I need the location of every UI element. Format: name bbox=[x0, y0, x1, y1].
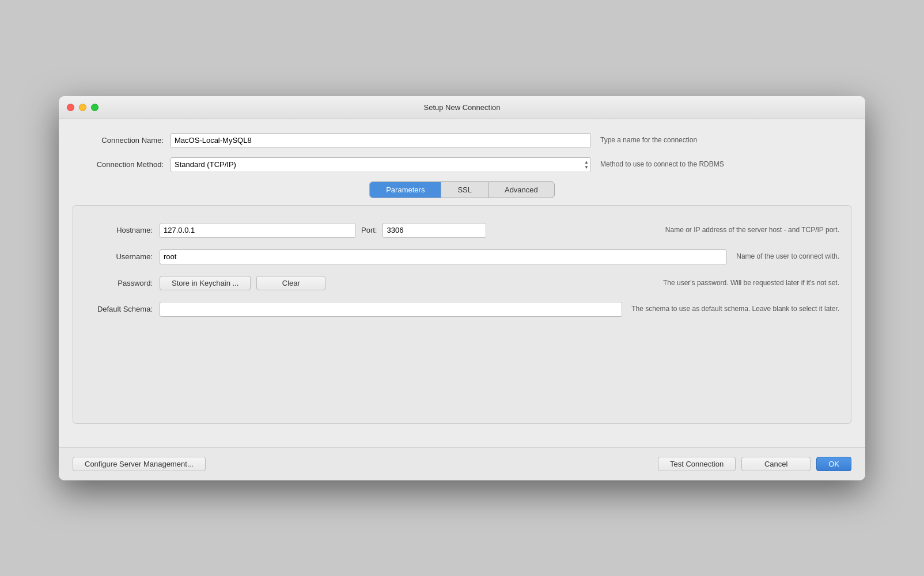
hostname-hint: Name or IP address of the server host - … bbox=[665, 225, 839, 235]
footer-left: Configure Server Management... bbox=[73, 457, 658, 471]
close-button[interactable] bbox=[67, 104, 74, 111]
default-schema-label: Default Schema: bbox=[85, 305, 160, 313]
main-window: Setup New Connection Connection Name: Ty… bbox=[59, 96, 865, 480]
store-in-keychain-button[interactable]: Store in Keychain ... bbox=[160, 276, 251, 290]
hostname-port-group: Port: bbox=[160, 223, 656, 238]
tab-advanced[interactable]: Advanced bbox=[488, 182, 554, 198]
username-row: Username: Name of the user to connect wi… bbox=[85, 249, 839, 264]
configure-server-management-button[interactable]: Configure Server Management... bbox=[73, 457, 206, 471]
connection-method-row: Connection Method: Standard (TCP/IP) Sta… bbox=[73, 157, 851, 172]
hostname-row: Hostname: Port: Name or IP address of th… bbox=[85, 223, 839, 238]
connection-name-hint: Type a name for the connection bbox=[600, 135, 697, 145]
titlebar: Setup New Connection bbox=[59, 96, 865, 119]
port-label: Port: bbox=[355, 226, 383, 234]
footer-right: Test Connection Cancel OK bbox=[658, 457, 851, 471]
connection-name-input[interactable] bbox=[171, 133, 591, 148]
cancel-button[interactable]: Cancel bbox=[741, 457, 811, 471]
tab-parameters[interactable]: Parameters bbox=[370, 182, 441, 198]
connection-name-control bbox=[171, 133, 591, 148]
tab-ssl[interactable]: SSL bbox=[441, 182, 488, 198]
hostname-input[interactable] bbox=[160, 223, 355, 238]
connection-name-row: Connection Name: Type a name for the con… bbox=[73, 133, 851, 148]
tabs-container: Parameters SSL Advanced bbox=[369, 181, 555, 198]
connection-method-hint: Method to use to connect to the RDBMS bbox=[600, 160, 724, 169]
username-label: Username: bbox=[85, 252, 160, 261]
username-control bbox=[160, 249, 727, 264]
port-input[interactable] bbox=[383, 223, 486, 238]
hostname-input-wrapper bbox=[160, 223, 355, 238]
password-control: Store in Keychain ... Clear bbox=[160, 276, 654, 290]
password-hint: The user's password. Will be requested l… bbox=[663, 278, 839, 288]
main-content: Connection Name: Type a name for the con… bbox=[59, 119, 865, 447]
default-schema-row: Default Schema: The schema to use as def… bbox=[85, 302, 839, 317]
connection-name-label: Connection Name: bbox=[73, 136, 171, 145]
test-connection-button[interactable]: Test Connection bbox=[658, 457, 736, 471]
connection-method-label: Connection Method: bbox=[73, 160, 171, 169]
connection-method-control: Standard (TCP/IP) Standard TCP/IP over S… bbox=[171, 157, 591, 172]
window-title: Setup New Connection bbox=[424, 103, 501, 112]
username-hint: Name of the user to connect with. bbox=[736, 252, 839, 262]
footer: Configure Server Management... Test Conn… bbox=[59, 447, 865, 480]
default-schema-hint: The schema to use as default schema. Lea… bbox=[631, 304, 839, 314]
tabs-row: Parameters SSL Advanced bbox=[73, 181, 851, 198]
port-input-wrapper bbox=[383, 223, 486, 238]
hostname-label: Hostname: bbox=[85, 226, 160, 234]
default-schema-input[interactable] bbox=[160, 302, 622, 317]
username-input[interactable] bbox=[160, 249, 727, 264]
default-schema-control bbox=[160, 302, 622, 317]
parameters-panel: Hostname: Port: Name or IP address of th… bbox=[73, 205, 851, 424]
minimize-button[interactable] bbox=[79, 104, 86, 111]
clear-password-button[interactable]: Clear bbox=[256, 276, 325, 290]
hostname-control: Port: bbox=[160, 223, 656, 238]
password-buttons-group: Store in Keychain ... Clear bbox=[160, 276, 654, 290]
connection-method-select-wrapper: Standard (TCP/IP) Standard TCP/IP over S… bbox=[171, 157, 591, 172]
password-label: Password: bbox=[85, 279, 160, 287]
ok-button[interactable]: OK bbox=[816, 457, 851, 471]
password-row: Password: Store in Keychain ... Clear Th… bbox=[85, 276, 839, 290]
maximize-button[interactable] bbox=[91, 104, 99, 111]
connection-method-select[interactable]: Standard (TCP/IP) Standard TCP/IP over S… bbox=[171, 157, 591, 172]
window-controls bbox=[67, 104, 99, 111]
